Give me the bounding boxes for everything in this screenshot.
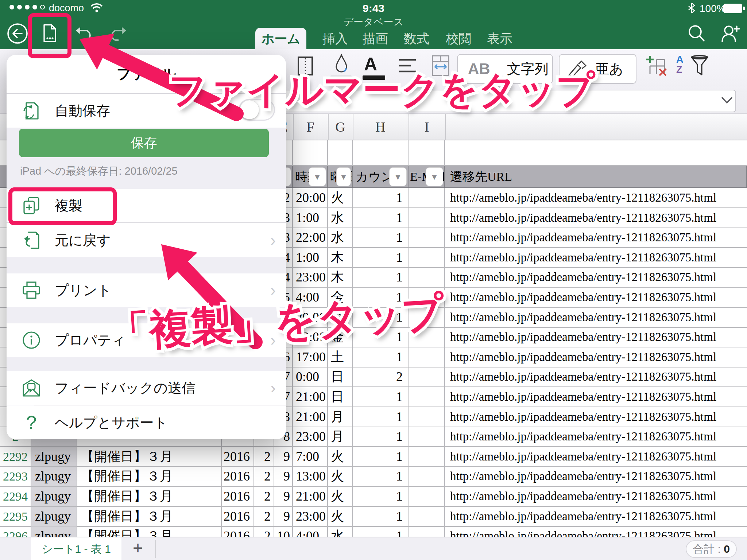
cell-month[interactable]: 2	[254, 487, 274, 506]
filter-button[interactable]: ▼	[309, 167, 326, 186]
cell-url[interactable]: http://ameblo.jp/ipaddeameba/entry-12118…	[445, 447, 747, 466]
cell-id[interactable]: zlpugy	[31, 526, 77, 537]
sheet-tab[interactable]: シート1 - 表 1	[31, 537, 121, 560]
cell-time[interactable]: 1:00	[293, 208, 328, 228]
cell-url[interactable]: http://ameblo.jp/ipaddeameba/entry-12118…	[445, 288, 747, 307]
cell-dow[interactable]: 火	[328, 447, 353, 466]
cell-dow[interactable]: 火	[328, 467, 353, 486]
table-row[interactable]: 2295zlpugy【開催日】３月20162923:00火1http://ame…	[0, 507, 747, 527]
cell-count[interactable]: 1	[353, 427, 409, 446]
cell-email[interactable]	[409, 288, 445, 307]
cell-dow[interactable]: 土	[328, 347, 353, 367]
cell-count[interactable]: 1	[353, 526, 409, 537]
cell-style-button[interactable]: 亜あ	[559, 54, 636, 84]
save-button[interactable]: 保存	[19, 129, 269, 157]
tab-home[interactable]: ホーム	[255, 28, 306, 49]
align-icon[interactable]	[398, 58, 417, 74]
autosave-toggle[interactable]	[239, 99, 275, 121]
cell-time[interactable]: 4:00	[293, 526, 328, 537]
cell-time[interactable]: 21:00	[293, 407, 328, 427]
cell-year[interactable]: 2016	[222, 487, 254, 506]
redo-button[interactable]	[107, 23, 128, 44]
tab-view[interactable]: 表示	[476, 28, 523, 49]
cell-time[interactable]: 4:00	[293, 288, 328, 307]
cell-time[interactable]: 17:00	[293, 347, 328, 367]
back-button[interactable]	[7, 23, 28, 44]
insert-delete-cells-icon[interactable]	[646, 55, 668, 78]
cell-count[interactable]: 1	[353, 268, 409, 287]
cell-email[interactable]	[409, 387, 445, 407]
cell-url[interactable]: http://ameblo.jp/ipaddeameba/entry-12118…	[445, 507, 747, 526]
menu-item-revert[interactable]: 元に戻す ›	[7, 223, 286, 257]
menu-item-print[interactable]: プリント ›	[7, 273, 286, 307]
row-number[interactable]: 2294	[0, 487, 31, 506]
cell-count[interactable]: 2	[353, 367, 409, 386]
table-row[interactable]: 2296zlpugy【開催日】３月20162104:00水1http://ame…	[0, 526, 747, 537]
cell-email[interactable]	[409, 188, 445, 207]
cell-email[interactable]	[409, 347, 445, 367]
header-cell-count[interactable]: カウント▼	[353, 166, 409, 187]
cell-dow[interactable]: 水	[328, 526, 353, 537]
cell-dow[interactable]: 火	[328, 507, 353, 526]
cell-url[interactable]: http://ameblo.jp/ipaddeameba/entry-12118…	[445, 208, 747, 228]
cell-email[interactable]	[409, 507, 445, 526]
cell-email[interactable]	[409, 467, 445, 486]
cell-email[interactable]	[409, 208, 445, 228]
menu-item-help[interactable]: ? ヘルプとサポート	[7, 405, 286, 439]
cell-count[interactable]: 1	[353, 467, 409, 486]
cell-url[interactable]: http://ameblo.jp/ipaddeameba/entry-12118…	[445, 327, 747, 347]
cell-year[interactable]: 2016	[222, 447, 254, 466]
cell-count[interactable]: 1	[353, 487, 409, 506]
cell-email[interactable]	[409, 447, 445, 466]
cell-dow[interactable]: 日	[328, 367, 353, 386]
sort-filter-icon[interactable]: AZ	[676, 54, 684, 75]
cell-count[interactable]: 1	[353, 248, 409, 267]
menu-item-properties[interactable]: プロパティ ›	[7, 323, 286, 357]
cell-url[interactable]: http://ameblo.jp/ipaddeameba/entry-12118…	[445, 248, 747, 267]
cell-id[interactable]: zlpugy	[31, 487, 77, 506]
cell-dow[interactable]: 金	[328, 327, 353, 347]
cell-url[interactable]: http://ameblo.jp/ipaddeameba/entry-12118…	[445, 387, 747, 407]
column-width-icon[interactable]	[430, 54, 451, 77]
table-row[interactable]: 2293zlpugy【開催日】３月20162913:00火1http://ame…	[0, 467, 747, 487]
cell-url[interactable]: http://ameblo.jp/ipaddeameba/entry-12118…	[445, 467, 747, 486]
cell-url[interactable]: http://ameblo.jp/ipaddeameba/entry-12118…	[445, 487, 747, 506]
cell-url[interactable]: http://ameblo.jp/ipaddeameba/entry-12118…	[445, 268, 747, 287]
cell-email[interactable]	[409, 407, 445, 427]
filter-button[interactable]: ▼	[389, 167, 407, 186]
cell-url[interactable]: http://ameblo.jp/ipaddeameba/entry-12118…	[445, 407, 747, 427]
fill-color-icon[interactable]	[331, 54, 352, 75]
search-button[interactable]	[686, 23, 708, 44]
cell-count[interactable]: 1	[353, 447, 409, 466]
row-number[interactable]: 2296	[0, 526, 31, 537]
cell-count[interactable]: 1	[353, 407, 409, 427]
cell-dow[interactable]: 火	[328, 188, 353, 207]
cell-dow[interactable]: 水	[328, 228, 353, 247]
cell-event[interactable]: 【開催日】３月	[77, 467, 222, 486]
cell-month[interactable]: 2	[254, 507, 274, 526]
cell-time[interactable]: 21:00	[293, 387, 328, 407]
cell-url[interactable]: http://ameblo.jp/ipaddeameba/entry-12118…	[445, 308, 747, 327]
cell-time[interactable]: 23:00	[293, 507, 328, 526]
cell-count[interactable]: 1	[353, 507, 409, 526]
cell-email[interactable]	[409, 367, 445, 386]
cell-month[interactable]: 2	[254, 526, 274, 537]
cell-day[interactable]: 9	[274, 447, 293, 466]
cell-count[interactable]: 1	[353, 387, 409, 407]
menu-item-feedback[interactable]: フィードバックの送信 ›	[7, 371, 286, 405]
cell-count[interactable]: 1	[353, 188, 409, 207]
cell-count[interactable]: 1	[353, 327, 409, 347]
cell-year[interactable]: 2016	[222, 507, 254, 526]
cell-count[interactable]: 1	[353, 288, 409, 307]
formula-bar[interactable]	[227, 90, 736, 112]
header-cell-email[interactable]: E-Mail▼	[409, 166, 445, 187]
header-cell-url[interactable]: 遷移先URL	[445, 166, 747, 187]
cell-year[interactable]: 2016	[222, 526, 254, 537]
cell-dow[interactable]: 水	[328, 208, 353, 228]
cell-count[interactable]: 1	[353, 308, 409, 327]
cell-dow[interactable]: 月	[328, 427, 353, 446]
cell-day[interactable]: 10	[274, 526, 293, 537]
cell-url[interactable]: http://ameblo.jp/ipaddeameba/entry-12118…	[445, 367, 747, 386]
row-number[interactable]: 2295	[0, 507, 31, 526]
cell-count[interactable]: 1	[353, 347, 409, 367]
